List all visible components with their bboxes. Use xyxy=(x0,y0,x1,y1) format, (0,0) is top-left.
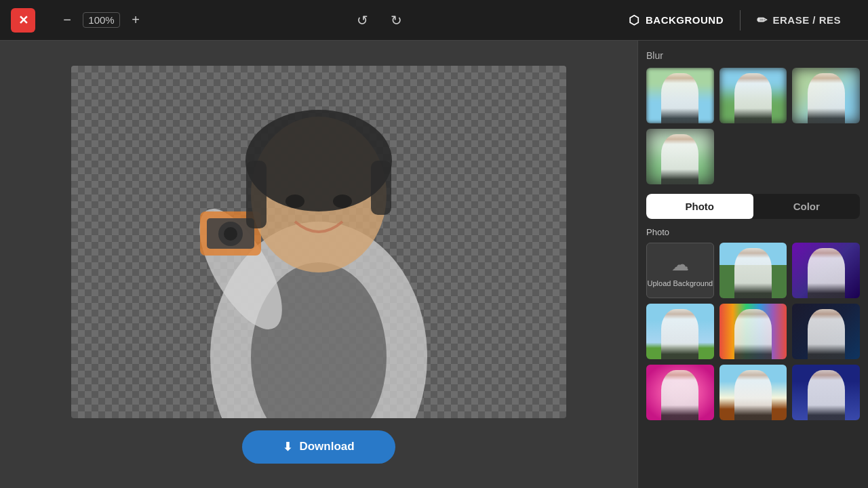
background-icon: ⬡ xyxy=(629,13,640,28)
photo-tab-button[interactable]: Photo xyxy=(646,194,753,219)
undo-button[interactable]: ↺ xyxy=(351,9,374,32)
mini-person xyxy=(734,248,772,298)
thumb-person-overlay xyxy=(719,68,787,123)
mini-person xyxy=(734,309,772,359)
thumb-person-overlay xyxy=(792,365,860,420)
thumb-person-overlay xyxy=(719,243,787,298)
svg-rect-9 xyxy=(246,161,267,228)
color-tab-button[interactable]: Color xyxy=(753,194,861,219)
background-tab-label: BACKGROUND xyxy=(646,14,724,26)
blur-section-label: Blur xyxy=(646,50,860,61)
mini-person xyxy=(808,309,845,359)
zoom-value: 100% xyxy=(83,12,120,28)
blur-thumb-3[interactable] xyxy=(792,68,860,123)
blur-thumb-4[interactable] xyxy=(646,129,714,184)
download-area: ⬇ Download xyxy=(242,430,395,464)
toolbar-center: ↺ ↻ xyxy=(146,9,612,32)
mini-person xyxy=(808,73,845,123)
blur-thumb-1[interactable] xyxy=(646,68,714,123)
thumb-person-overlay xyxy=(646,68,714,123)
upload-label: Upload Background xyxy=(648,279,713,287)
thumb-person-overlay xyxy=(646,304,714,359)
photo-thumb-2[interactable] xyxy=(792,243,860,298)
photo-thumb-8[interactable] xyxy=(792,365,860,420)
upload-background-button[interactable]: ☁ Upload Background xyxy=(646,243,714,298)
right-panel: Blur xyxy=(637,41,868,488)
mini-person xyxy=(734,73,772,123)
upload-cloud-icon: ☁ xyxy=(671,254,689,275)
photo-section-label: Photo xyxy=(646,227,860,237)
download-button[interactable]: ⬇ Download xyxy=(242,430,395,464)
subject-image xyxy=(71,66,566,418)
photo-thumb-3[interactable] xyxy=(646,304,714,359)
toolbar-left: ✕ − 100% + xyxy=(11,8,146,33)
download-icon: ⬇ xyxy=(283,440,292,454)
thumb-person-overlay xyxy=(792,304,860,359)
svg-point-11 xyxy=(285,195,304,208)
svg-point-12 xyxy=(333,195,352,208)
svg-point-6 xyxy=(224,227,237,241)
photo-thumb-5[interactable] xyxy=(792,304,860,359)
mini-person xyxy=(661,309,698,359)
erase-tab-label: ERASE / RES xyxy=(772,14,841,26)
thumb-person-overlay xyxy=(719,365,787,420)
thumb-person-overlay xyxy=(646,129,714,184)
mini-person xyxy=(734,370,772,420)
erase-icon: ✏ xyxy=(757,13,768,28)
close-button[interactable]: ✕ xyxy=(11,8,35,33)
toolbar-right: ⬡ BACKGROUND ✏ ERASE / RES xyxy=(612,7,857,33)
tab-erase[interactable]: ✏ ERASE / RES xyxy=(741,7,857,33)
svg-rect-10 xyxy=(371,161,391,215)
blur-grid xyxy=(646,68,860,184)
photo-thumb-6[interactable] xyxy=(646,365,714,420)
photo-grid: ☁ Upload Background xyxy=(646,243,860,420)
mini-person xyxy=(808,370,845,420)
thumb-person-overlay xyxy=(792,68,860,123)
thumb-person-overlay xyxy=(719,304,787,359)
mini-person xyxy=(661,73,698,123)
canvas-area: ⬇ Download xyxy=(0,41,637,488)
canvas-wrapper xyxy=(71,66,566,418)
thumb-person-overlay xyxy=(646,365,714,420)
svg-point-8 xyxy=(245,110,392,211)
mini-person xyxy=(661,134,698,184)
photo-thumb-4[interactable] xyxy=(719,304,787,359)
thumb-person-overlay xyxy=(792,243,860,298)
photo-color-tabs: Photo Color xyxy=(646,194,860,219)
zoom-controls: − 100% + xyxy=(57,10,146,30)
mini-person xyxy=(808,248,845,298)
download-label: Download xyxy=(299,440,354,453)
photo-thumb-1[interactable] xyxy=(719,243,787,298)
mini-person xyxy=(661,370,698,420)
blur-thumb-2[interactable] xyxy=(719,68,787,123)
tab-background[interactable]: ⬡ BACKGROUND xyxy=(612,7,740,33)
zoom-out-button[interactable]: − xyxy=(57,10,77,30)
main-content: ⬇ Download Blur xyxy=(0,41,868,488)
toolbar: ✕ − 100% + ↺ ↻ ⬡ BACKGROUND ✏ ERASE / RE… xyxy=(0,0,868,41)
zoom-in-button[interactable]: + xyxy=(125,10,146,30)
photo-thumb-7[interactable] xyxy=(719,365,787,420)
redo-button[interactable]: ↻ xyxy=(384,9,408,32)
